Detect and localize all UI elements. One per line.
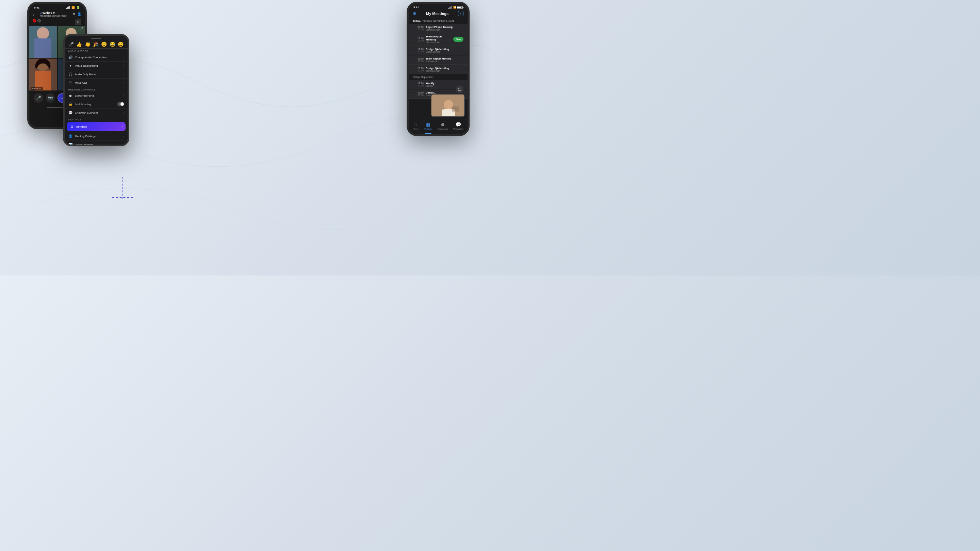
bluetooth-icon[interactable]: ⊕ <box>73 12 75 16</box>
mic-button[interactable]: 🎤 <box>34 93 43 103</box>
svg-rect-3 <box>34 38 51 58</box>
emoji-smile[interactable]: 😊 <box>101 41 107 47</box>
chat-icon: 💬 <box>68 110 73 115</box>
meeting-info-1: Apple iPhone Training Clarissa Smith <box>424 25 463 31</box>
participants-icon[interactable]: 👤 <box>77 12 81 16</box>
meeting-info-3: Design QA Meeting Darren Owens <box>424 48 463 53</box>
audio-only-label: Audio Only Mode <box>75 73 95 76</box>
nav-active-indicator <box>425 133 431 134</box>
floating-video-thumbnail[interactable] <box>431 94 465 117</box>
meeting-time-1: 09:00 10:00 <box>413 26 424 30</box>
recording-dot <box>33 19 36 22</box>
webex-brand-icon: ● <box>40 11 42 14</box>
show-statistics-label: Show Statistics <box>75 143 93 146</box>
audio-only-icon: 🎧 <box>68 72 73 76</box>
show-statistics-item[interactable]: 📊 Show Statistics › <box>65 140 127 146</box>
lock-icon-small <box>37 19 41 22</box>
video-cell-3: Marise To... <box>29 59 57 91</box>
privilege-icon: 👤 <box>68 134 73 138</box>
meeting-item-1[interactable]: 09:00 10:00 Apple iPhone Training Claris… <box>409 24 468 33</box>
status-icons-right: 📶 <box>449 6 463 9</box>
settings-gear-button[interactable]: ⚙ <box>413 11 417 16</box>
statistics-icon: 📊 <box>68 142 73 146</box>
virtual-bg-icon: ✦ <box>68 63 73 68</box>
emoji-reactions-row[interactable]: 🎤 👍 👏 🎉 😊 😂 😄 <box>65 40 127 49</box>
messaging-nav-icon: 💬 <box>455 122 461 127</box>
emoji-party[interactable]: 🎉 <box>93 41 99 47</box>
change-audio-connection-item[interactable]: 🔊 Change Audio Connection › <box>65 53 127 62</box>
meeting-item-3[interactable]: 12:00 12:30 Design QA Meeting Darren Owe… <box>409 46 468 55</box>
meeting-item-5[interactable]: 15:00 15:30 Design QA Meeting Clarissa S… <box>409 65 468 74</box>
status-bar-left: 9:41 📶 🔋 <box>29 4 85 10</box>
participant-1-video <box>29 26 57 58</box>
webex-header: ‹ ● Webex ∨ Moderated unmute mode ⊕ 👤 <box>29 10 85 18</box>
svg-rect-22 <box>452 106 459 111</box>
lock-meeting-item[interactable]: 🔒 Lock Meeting <box>65 100 127 108</box>
emoji-thumbsup[interactable]: 👍 <box>76 41 82 47</box>
arrow-stats: › <box>123 143 124 146</box>
move-call-label: Move Call <box>75 81 87 84</box>
phone-right-meetings: 9:41 📶 ⚙ My Meetings + Today, Thursday, … <box>407 2 469 136</box>
meeting-time-5: 15:00 15:30 <box>413 67 424 72</box>
start-recording-label: Start Recording <box>75 94 94 97</box>
lock-meeting-label: Lock Meeting <box>75 103 91 106</box>
header-icons: ⊕ 👤 <box>73 12 81 16</box>
lock-toggle[interactable] <box>118 102 124 106</box>
meeting-info-4: Team Report Meeting Sofia Gomez <box>424 57 463 63</box>
friday-meeting-time-2: 13:00 14:00 <box>413 92 424 96</box>
emoji-think[interactable]: 😄 <box>118 41 124 47</box>
add-meeting-button[interactable]: + <box>458 11 463 16</box>
arrow-1: › <box>123 64 124 67</box>
meeting-privilege-label: Meeting Privilege <box>75 135 95 138</box>
battery-icon: 🔋 <box>76 6 80 9</box>
recording-indicators: ⊞ <box>29 18 85 26</box>
back-button[interactable]: ‹ <box>33 11 34 17</box>
time-left: 9:41 <box>34 6 40 9</box>
settings-label: Settings <box>76 125 87 128</box>
webex-app-name: ● Webex ∨ <box>40 11 67 14</box>
wifi-icon-right: 📶 <box>453 6 456 9</box>
emoji-clap[interactable]: 👏 <box>85 41 91 47</box>
nav-recordings[interactable]: ⏺ Recordings <box>438 122 448 130</box>
cast-button[interactable] <box>456 86 463 93</box>
audio-connection-icon: 🔊 <box>68 55 73 60</box>
friday-date-label: Friday, September <box>409 75 468 79</box>
toggle-knob <box>121 102 124 106</box>
settings-item[interactable]: ⚙ Settings › <box>67 122 126 131</box>
meetings-header: ⚙ My Meetings + <box>409 10 468 18</box>
move-call-item[interactable]: 📱 Move Call › <box>65 79 127 87</box>
settings-section-label: SETTINGS <box>65 117 127 121</box>
emoji-mic[interactable]: 🎤 <box>69 42 74 47</box>
emoji-laugh[interactable]: 😂 <box>110 41 115 47</box>
grid-toggle[interactable]: ⊞ <box>75 19 81 25</box>
audio-only-mode-item[interactable]: 🎧 Audio Only Mode › <box>65 70 127 79</box>
meeting-time-3: 12:00 12:30 <box>413 48 424 53</box>
chat-everyone-item[interactable]: 💬 Chat with Everyone › <box>65 108 127 117</box>
arrow-settings: › <box>122 125 123 128</box>
meeting-privilege-item[interactable]: 👤 Meeting Privilege › <box>65 132 127 140</box>
camera-button[interactable]: 📷 <box>46 93 55 103</box>
virtual-background-item[interactable]: ✦ Virtual Background › <box>65 62 127 70</box>
svg-point-24 <box>458 90 459 91</box>
start-recording-item[interactable]: ⏺ Start Recording › <box>65 92 127 100</box>
move-call-icon: 📱 <box>68 80 73 85</box>
chat-everyone-label: Chat with Everyone <box>75 111 98 114</box>
dashed-connector-vertical <box>123 177 123 199</box>
recording-icon: ⏺ <box>68 93 73 98</box>
time-right: 9:41 <box>414 6 419 9</box>
menu-drag-handle[interactable] <box>91 38 102 39</box>
call-subtitle: Moderated unmute mode <box>40 14 67 17</box>
status-bar-right: 9:41 📶 <box>409 4 468 10</box>
nav-home[interactable]: ⌂ Home <box>413 122 418 130</box>
audio-video-section-label: AUDIO & VIDEO <box>65 49 127 53</box>
meetings-nav-icon: ▦ <box>426 122 430 127</box>
virtual-bg-label: Virtual Background <box>75 64 98 67</box>
meeting-item-2[interactable]: 11:00 12:00 Team Report Meeting Clarissa… <box>409 33 468 46</box>
nav-messaging[interactable]: 💬 Messaging <box>453 122 463 130</box>
nav-meetings[interactable]: ▦ Meetings <box>424 122 432 130</box>
change-audio-label: Change Audio Connection <box>75 56 107 59</box>
arrow-4: › <box>123 94 124 97</box>
join-button[interactable]: Join <box>453 37 463 42</box>
webex-title-area: ● Webex ∨ Moderated unmute mode <box>40 11 67 17</box>
meeting-item-4[interactable]: 13:00 14:00 Team Report Meeting Sofia Go… <box>409 56 468 65</box>
